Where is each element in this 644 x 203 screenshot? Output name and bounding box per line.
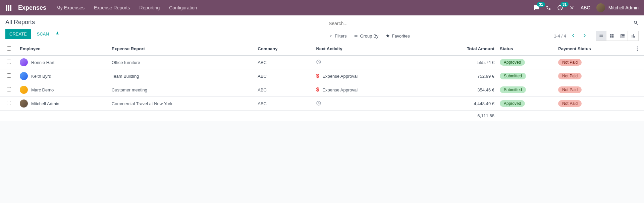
filters-button[interactable]: Filters	[329, 33, 346, 39]
view-graph-icon[interactable]	[628, 31, 639, 41]
employee-name: Marc Demo	[31, 87, 54, 92]
table-row[interactable]: Marc DemoCustomer meetingABC$Expense App…	[0, 83, 644, 97]
create-button[interactable]: CREATE	[5, 29, 31, 39]
status-badge: Approved	[500, 100, 525, 107]
activity-text: Expense Approval	[322, 74, 358, 79]
report-name: Customer meeting	[109, 83, 255, 97]
activity-text: Expense Approval	[322, 87, 358, 92]
dollar-icon[interactable]: $	[316, 73, 319, 79]
view-kanban-icon[interactable]	[606, 31, 617, 41]
column-options-icon[interactable]: ⋮	[635, 46, 640, 52]
pager-prev-icon[interactable]	[569, 31, 578, 41]
col-employee[interactable]: Employee	[17, 42, 109, 56]
col-payment[interactable]: Payment Status	[555, 42, 631, 56]
employee-name: Keith Byrd	[31, 74, 51, 79]
user-menu[interactable]: Mitchell Admin	[596, 3, 639, 12]
breadcrumb-title: All Reports	[5, 19, 322, 26]
activities-badge: 31	[560, 2, 569, 7]
nav-configuration[interactable]: Configuration	[169, 5, 197, 10]
app-brand[interactable]: Expenses	[18, 4, 46, 11]
favorites-button[interactable]: Favorites	[386, 33, 410, 39]
employee-name: Mitchell Admin	[31, 101, 59, 106]
totals-row: 6,111.68	[0, 111, 644, 121]
table-row[interactable]: Ronnie HartOffice furnitureABC555.74 €Ap…	[0, 56, 644, 69]
company-switcher[interactable]: ABC	[581, 5, 590, 10]
close-tray-icon[interactable]	[569, 5, 575, 10]
activities-icon[interactable]: 31	[557, 5, 563, 11]
amount-value: 4,448.49 €	[439, 97, 497, 111]
user-name: Mitchell Admin	[608, 5, 639, 10]
table-header-row: Employee Expense Report Company Next Act…	[0, 42, 644, 56]
company-name: ABC	[255, 97, 313, 111]
pager-value[interactable]: 1-4 / 4	[554, 33, 566, 39]
employee-avatar-icon	[20, 72, 28, 80]
employee-avatar-icon	[20, 58, 28, 66]
row-checkbox[interactable]	[7, 60, 11, 64]
employee-name: Ronnie Hart	[31, 60, 54, 65]
messages-badge: 31	[537, 2, 545, 7]
payment-status-badge: Not Paid	[558, 100, 582, 107]
user-avatar-icon	[596, 3, 605, 12]
employee-avatar-icon	[20, 99, 28, 108]
download-icon[interactable]	[55, 31, 60, 37]
col-activity[interactable]: Next Activity	[313, 42, 438, 56]
scan-button[interactable]: SCAN	[37, 31, 49, 37]
apps-icon[interactable]	[5, 5, 12, 11]
amount-value: 752.99 €	[439, 69, 497, 83]
payment-status-badge: Not Paid	[558, 59, 582, 66]
col-report[interactable]: Expense Report	[109, 42, 255, 56]
company-name: ABC	[255, 56, 313, 69]
nav-expense-reports[interactable]: Expense Reports	[94, 5, 130, 10]
groupby-button[interactable]: Group By	[354, 33, 378, 39]
amount-value: 354.46 €	[439, 83, 497, 97]
report-name: Team Building	[109, 69, 255, 83]
status-badge: Approved	[500, 59, 525, 66]
table-row[interactable]: Mitchell AdminCommercial Travel at New Y…	[0, 97, 644, 111]
status-badge: Submitted	[500, 86, 526, 93]
row-checkbox[interactable]	[7, 87, 11, 91]
pager-next-icon[interactable]	[580, 31, 589, 41]
col-amount[interactable]: Total Amount	[439, 42, 497, 56]
clock-icon[interactable]	[316, 100, 321, 107]
company-name: ABC	[255, 69, 313, 83]
star-icon	[386, 34, 390, 38]
col-company[interactable]: Company	[255, 42, 313, 56]
navbar-right: 31 31 ABC Mitchell Admin	[534, 3, 639, 12]
table-row[interactable]: Keith ByrdTeam BuildingABC$Expense Appro…	[0, 69, 644, 83]
company-name: ABC	[255, 83, 313, 97]
search-input[interactable]	[329, 21, 633, 26]
search-icon[interactable]	[633, 20, 639, 26]
employee-avatar-icon	[20, 86, 28, 94]
payment-status-badge: Not Paid	[558, 73, 582, 79]
nav-menu: My Expenses Expense Reports Reporting Co…	[56, 5, 197, 10]
nav-reporting[interactable]: Reporting	[140, 5, 160, 10]
list-icon	[354, 34, 358, 38]
col-status[interactable]: Status	[497, 42, 555, 56]
control-panel: All Reports CREATE SCAN Filters	[0, 15, 644, 42]
total-amount: 6,111.68	[439, 111, 497, 121]
row-checkbox[interactable]	[7, 101, 11, 105]
view-switcher	[596, 31, 639, 41]
expense-report-list: Employee Expense Report Company Next Act…	[0, 42, 644, 121]
pager: 1-4 / 4	[554, 31, 589, 41]
status-badge: Submitted	[500, 73, 526, 79]
messages-icon[interactable]: 31	[534, 5, 540, 11]
view-list-icon[interactable]	[596, 31, 606, 41]
nav-my-expenses[interactable]: My Expenses	[56, 5, 85, 10]
select-all-checkbox[interactable]	[7, 46, 11, 51]
row-checkbox[interactable]	[7, 73, 11, 78]
report-name: Commercial Travel at New York	[109, 97, 255, 111]
payment-status-badge: Not Paid	[558, 86, 582, 93]
dollar-icon[interactable]: $	[316, 87, 319, 93]
amount-value: 555.74 €	[439, 56, 497, 69]
report-name: Office furniture	[109, 56, 255, 69]
phone-icon[interactable]	[546, 5, 551, 10]
clock-icon[interactable]	[316, 59, 321, 66]
funnel-icon	[329, 34, 333, 38]
main-navbar: Expenses My Expenses Expense Reports Rep…	[0, 0, 644, 15]
search-bar	[329, 19, 639, 28]
view-pivot-icon[interactable]	[617, 31, 628, 41]
